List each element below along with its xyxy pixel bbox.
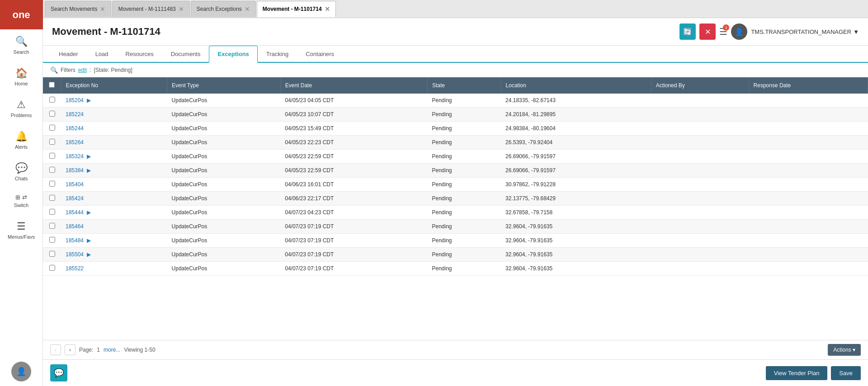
tab-search-exceptions[interactable]: Search Exceptions ✕ <box>191 1 256 17</box>
sidebar-item-chats[interactable]: 💬 Chats <box>0 156 42 188</box>
exception-no-link[interactable]: 185424 <box>66 195 84 202</box>
sidebar-item-home[interactable]: 🏠 Home <box>0 61 42 93</box>
row-checkbox[interactable] <box>49 223 55 229</box>
sidebar-item-switch[interactable]: ⊞ ⇄ Switch <box>0 188 42 214</box>
cell-event-date: 04/05/23 15:49 CDT <box>280 122 427 136</box>
row-checkbox[interactable] <box>49 181 55 187</box>
exception-no-link[interactable]: 185444 <box>66 209 84 216</box>
cell-actioned-by <box>651 94 749 108</box>
cell-exception-no: 185444 ▶ <box>61 206 167 220</box>
actions-button[interactable]: Actions ▾ <box>828 344 861 356</box>
tab-search-movements[interactable]: Search Movements ✕ <box>45 1 111 17</box>
cell-exception-no: 185404 <box>61 178 167 192</box>
sidebar-item-search[interactable]: 🔍 Search <box>0 29 42 61</box>
exception-no-link[interactable]: 185404 <box>66 181 84 188</box>
row-checkbox[interactable] <box>49 209 55 215</box>
cell-event-type: UpdateCurPos <box>167 136 281 150</box>
view-tender-plan-button[interactable]: View Tender Plan <box>766 366 828 380</box>
tab-label-movement-1111483: Movement - M-1111483 <box>118 6 175 12</box>
sub-tab-documents[interactable]: Documents <box>162 46 209 63</box>
flag-icon: ▶ <box>87 153 91 160</box>
page-label: Page: <box>79 347 93 353</box>
sub-tab-exceptions[interactable]: Exceptions <box>209 46 257 63</box>
menu-button[interactable]: ☰ 1 <box>719 26 727 37</box>
row-checkbox-cell <box>43 220 61 234</box>
cell-exception-no: 185464 <box>61 220 167 234</box>
exception-no-link[interactable]: 185504 <box>66 251 84 258</box>
exception-no-link[interactable]: 185324 <box>66 153 84 160</box>
exception-no-link[interactable]: 185484 <box>66 237 84 244</box>
more-pages-link[interactable]: more... <box>104 347 120 353</box>
exception-no-link[interactable]: 185204 <box>66 97 84 104</box>
viewing-label: Viewing 1-50 <box>124 347 155 353</box>
exception-no-link[interactable]: 185384 <box>66 167 84 174</box>
filter-edit-link[interactable]: edit <box>78 67 87 73</box>
sub-tab-header[interactable]: Header <box>50 46 87 63</box>
tab-close-search-movements[interactable]: ✕ <box>100 6 105 12</box>
flag-icon: ▶ <box>87 251 91 258</box>
cell-actioned-by <box>651 122 749 136</box>
cell-event-type: UpdateCurPos <box>167 122 281 136</box>
exception-no-link[interactable]: 185464 <box>66 223 84 230</box>
tab-movement-1111483[interactable]: Movement - M-1111483 ✕ <box>112 1 189 17</box>
exception-no-link[interactable]: 185224 <box>66 111 84 118</box>
tab-close-movement-1111483[interactable]: ✕ <box>179 6 184 12</box>
dropdown-arrow-icon: ▼ <box>853 28 859 35</box>
row-checkbox[interactable] <box>49 167 55 173</box>
cell-location: 32.13775, -79.68429 <box>501 192 651 206</box>
tab-label-search-exceptions: Search Exceptions <box>197 6 242 12</box>
row-checkbox[interactable] <box>49 111 55 117</box>
exception-no-link[interactable]: 185264 <box>66 139 84 146</box>
row-checkbox[interactable] <box>49 125 55 131</box>
flag-icon: ▶ <box>87 237 91 244</box>
cell-state: Pending <box>427 136 501 150</box>
row-checkbox[interactable] <box>49 265 55 271</box>
exception-no-link[interactable]: 185522 <box>66 265 84 272</box>
select-all-checkbox[interactable] <box>49 82 55 88</box>
row-checkbox[interactable] <box>49 251 55 257</box>
tab-label-movement-1101714: Movement - M-1101714 <box>263 6 322 12</box>
chat-button[interactable]: 💬 <box>50 364 67 381</box>
row-checkbox-cell <box>43 108 61 122</box>
sub-tab-load[interactable]: Load <box>87 46 117 63</box>
sidebar-user-avatar[interactable]: 👤 <box>11 362 31 381</box>
cell-exception-no: 185384 ▶ <box>61 164 167 178</box>
cell-location: 30.97862, -79.91228 <box>501 178 651 192</box>
app-logo[interactable]: one <box>0 0 43 29</box>
tab-movement-1101714[interactable]: Movement - M-1101714 ✕ <box>257 1 336 17</box>
sidebar-item-menus[interactable]: ☰ Menus/Favs <box>0 214 42 246</box>
sidebar-label-problems: Problems <box>11 113 32 118</box>
header-actions: 🔄 ✕ ☰ 1 👤 TMS.TRANSPORTATION_MANAGER ▼ <box>679 24 859 40</box>
sub-tab-resources[interactable]: Resources <box>117 46 162 63</box>
cell-event-date: 04/05/23 22:59 CDT <box>280 150 427 164</box>
search-icon: 🔍 <box>15 36 28 47</box>
row-checkbox-cell <box>43 136 61 150</box>
row-checkbox[interactable] <box>49 139 55 145</box>
refresh-button[interactable]: 🔄 <box>679 24 696 40</box>
bell-icon: 🔔 <box>15 131 28 142</box>
cell-state: Pending <box>427 164 501 178</box>
sub-tab-tracking[interactable]: Tracking <box>258 46 297 63</box>
sub-tab-containers[interactable]: Containers <box>297 46 343 63</box>
tab-close-search-exceptions[interactable]: ✕ <box>245 6 250 12</box>
cell-event-date: 04/05/23 04:05 CDT <box>280 94 427 108</box>
row-checkbox[interactable] <box>49 97 55 103</box>
table-row: 185464 UpdateCurPos 04/07/23 07:19 CDT P… <box>43 220 868 234</box>
row-checkbox[interactable] <box>49 195 55 201</box>
row-checkbox[interactable] <box>49 237 55 243</box>
next-page-button[interactable]: › <box>65 344 75 355</box>
row-checkbox[interactable] <box>49 153 55 159</box>
cell-response-date <box>749 122 868 136</box>
cell-event-date: 04/07/23 04:23 CDT <box>280 206 427 220</box>
tab-close-movement-1101714[interactable]: ✕ <box>325 6 330 12</box>
sidebar-item-alerts[interactable]: 🔔 Alerts <box>0 124 42 156</box>
user-name-dropdown[interactable]: TMS.TRANSPORTATION_MANAGER ▼ <box>751 28 859 35</box>
notification-badge: 1 <box>723 24 729 31</box>
cell-exception-no: 185224 <box>61 108 167 122</box>
sidebar-item-problems[interactable]: ⚠ Problems <box>0 93 42 124</box>
cell-exception-no: 185424 <box>61 192 167 206</box>
prev-page-button[interactable]: ‹ <box>50 344 61 355</box>
close-button[interactable]: ✕ <box>699 24 716 40</box>
exception-no-link[interactable]: 185244 <box>66 125 84 132</box>
save-button[interactable]: Save <box>831 366 861 380</box>
